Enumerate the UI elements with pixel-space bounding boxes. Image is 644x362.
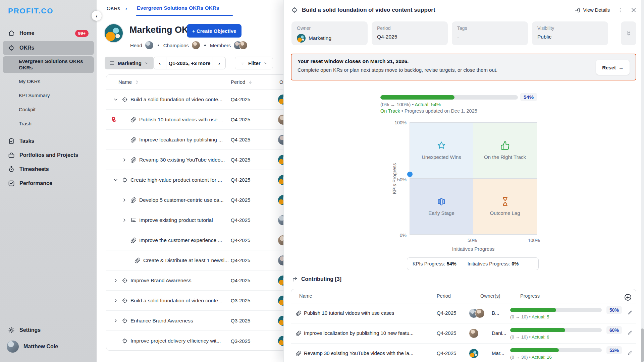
head-label: Head: [130, 43, 142, 48]
view-details-button[interactable]: View Details: [575, 7, 610, 13]
expand-chevron-icon[interactable]: [122, 218, 130, 223]
progress-range: (0% → 100%) •: [380, 102, 414, 107]
kr-percentage-badge: 53%: [606, 346, 622, 354]
expand-chevron-icon[interactable]: [122, 157, 130, 163]
sidebar-item-kpi-summary[interactable]: KPI Summary: [3, 88, 94, 102]
quadrant-early-stage: Early Stage: [410, 179, 473, 235]
quadrant-label: Early Stage: [428, 210, 454, 216]
stopwatch-icon: [8, 166, 15, 173]
close-icon[interactable]: [631, 7, 637, 13]
progress-fill: [510, 348, 559, 352]
tab-evergreen-okrs[interactable]: Evergreen Solutions OKRs OKRs: [137, 5, 219, 11]
kr-progress-bar: [510, 328, 602, 332]
okr-period: Q4-2025: [231, 237, 250, 243]
sidebar-collapse-button[interactable]: ‹: [92, 11, 102, 21]
sidebar-item-portfolios[interactable]: Portfolios and Projects: [3, 148, 94, 162]
column-name[interactable]: Name: [118, 79, 132, 85]
okr-title: Publish 10 tutorial videos with use ...: [139, 117, 223, 123]
user-menu[interactable]: Matthew Cole: [3, 339, 94, 354]
column-owner[interactable]: O: [279, 79, 283, 85]
edit-pencil-icon[interactable]: [628, 330, 633, 335]
kr-actual: Actual: 16: [532, 355, 552, 360]
contributing-row[interactable]: Improve localization by publishing 10 ne…: [291, 323, 636, 344]
arrow-down-icon[interactable]: [248, 80, 253, 84]
sort-icon[interactable]: [135, 80, 139, 84]
expand-chevron-icon[interactable]: [126, 258, 135, 263]
field-period[interactable]: Period Q4-2025: [372, 21, 448, 45]
scrollbar-thumb[interactable]: [641, 328, 644, 362]
sidebar-item-tasks[interactable]: Tasks: [3, 134, 94, 148]
expand-chevron-icon[interactable]: [122, 137, 130, 142]
sidebar-item-trash[interactable]: Trash: [3, 117, 94, 130]
sidebar-item-timesheets[interactable]: Timesheets: [3, 162, 94, 176]
quadrant-label: Unexpected Wins: [422, 154, 461, 160]
kr-percentage-badge: 60%: [606, 326, 622, 334]
reset-button[interactable]: Reset →: [596, 60, 630, 75]
champion-avatar[interactable]: [192, 41, 200, 50]
field-tags[interactable]: Tags -: [452, 21, 528, 45]
previous-period-button[interactable]: ‹: [154, 57, 166, 69]
user-avatar: [7, 341, 19, 353]
contributing-name: Publish 10 tutorial videos with use case…: [304, 310, 394, 316]
sidebar-item-cockpit[interactable]: Cockpit: [3, 103, 94, 116]
kebab-menu-icon[interactable]: [617, 7, 623, 13]
field-label: Period: [377, 25, 442, 31]
expand-fields-button[interactable]: [621, 21, 636, 45]
sidebar-item-performance[interactable]: Performance: [3, 176, 94, 190]
field-value: -: [457, 34, 459, 40]
summary-value: 0%: [512, 261, 519, 266]
breadcrumb-okrs[interactable]: OKRs: [107, 5, 120, 11]
y-axis-label: KPIs Progress: [392, 163, 397, 194]
expand-chevron-icon[interactable]: [122, 117, 130, 122]
edit-pencil-icon[interactable]: [628, 350, 633, 355]
okr-period: Q3-2025: [231, 318, 250, 323]
owner-name: Dani...: [492, 330, 509, 336]
edit-pencil-icon[interactable]: [628, 310, 633, 315]
field-owner[interactable]: Owner Marketing: [291, 21, 368, 45]
add-contributing-button[interactable]: [624, 293, 632, 301]
team-selector-dropdown[interactable]: Marketing: [105, 57, 154, 69]
expand-chevron-icon[interactable]: [122, 238, 130, 243]
progress-data-point[interactable]: [407, 172, 413, 177]
field-visibility[interactable]: Visibility Public: [532, 21, 608, 45]
sidebar-item-evergreen-okrs[interactable]: Evergreen Solutions OKRs OKRs: [3, 56, 94, 73]
sidebar-item-settings[interactable]: Settings: [3, 323, 94, 337]
head-avatar[interactable]: [145, 41, 154, 50]
team-logo-avatar: [104, 23, 123, 43]
kr-range: (0 → 30) •: [510, 355, 531, 360]
member-avatars[interactable]: [233, 41, 248, 50]
kr-icon: [135, 257, 143, 263]
thumbs-up-icon: [500, 141, 510, 150]
scrollbar-track[interactable]: [641, 0, 644, 362]
reset-flag-icon: [110, 297, 117, 304]
column-period[interactable]: Period: [231, 79, 245, 85]
kr-actual: Actual: 5: [532, 314, 549, 319]
filter-button[interactable]: Filter: [235, 57, 273, 69]
objective-detail-panel: Build a solid foundation of video conten…: [283, 0, 644, 362]
kr-progress-bar: [510, 348, 602, 352]
corner-up-right-icon: [292, 277, 298, 282]
okr-title: Build a solid foundation of video conte.…: [130, 97, 222, 103]
sidebar-item-okrs[interactable]: OKRs: [3, 41, 94, 55]
contributing-row[interactable]: Revamp 30 existing YouTube videos with t…: [291, 344, 636, 362]
period-range-label[interactable]: Q1-2025, +3 more: [166, 57, 213, 69]
owner-avatars: [469, 328, 479, 338]
sidebar-item-home[interactable]: Home 99+: [3, 26, 94, 40]
progress-fill: [380, 95, 454, 100]
owner-name: B...: [492, 310, 509, 316]
filter-icon: [240, 60, 245, 66]
contributing-row[interactable]: Publish 10 tutorial videos with use case…: [291, 303, 636, 323]
objective-icon: [122, 278, 130, 284]
kpis-progress-summary: KPIs Progress: 54%: [407, 258, 462, 270]
next-period-button[interactable]: ›: [213, 57, 225, 69]
breadcrumb: OKRs ›: [107, 5, 127, 11]
sidebar-item-my-okrs[interactable]: My OKRs: [3, 74, 94, 88]
okr-period: Q4-2025: [231, 278, 250, 283]
expand-chevron-icon[interactable]: [122, 197, 130, 203]
reset-flag-icon: [110, 197, 117, 203]
reset-notice-body: Complete open KRs or plan next steps mov…: [298, 67, 630, 73]
create-objective-button[interactable]: + Create Objective: [187, 24, 241, 38]
field-value: Q4-2025: [377, 34, 397, 40]
open-external-icon: [575, 7, 580, 13]
kr-icon: [130, 197, 139, 203]
